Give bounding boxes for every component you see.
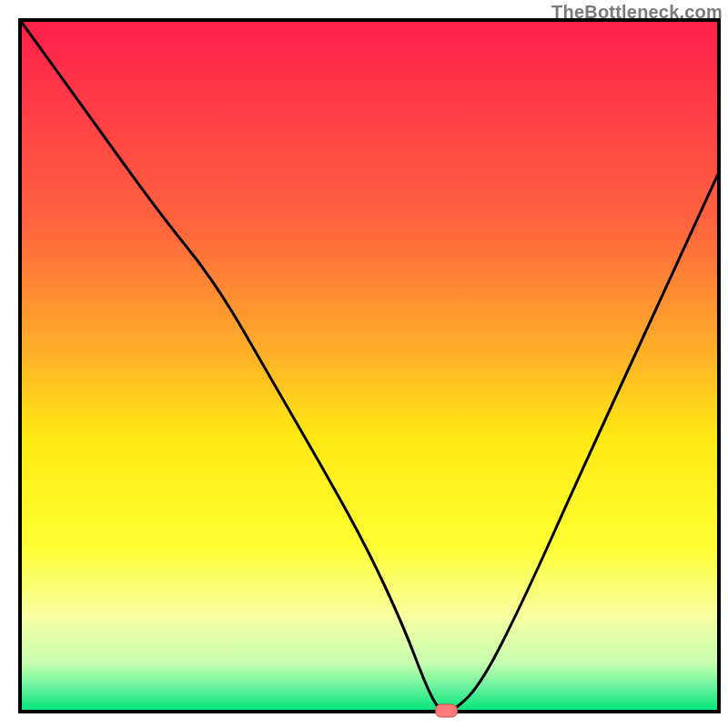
- chart-container: TheBottleneck.com: [0, 0, 728, 728]
- plot-background: [20, 20, 719, 712]
- optimal-marker: [436, 704, 458, 717]
- bottleneck-chart: [0, 0, 728, 728]
